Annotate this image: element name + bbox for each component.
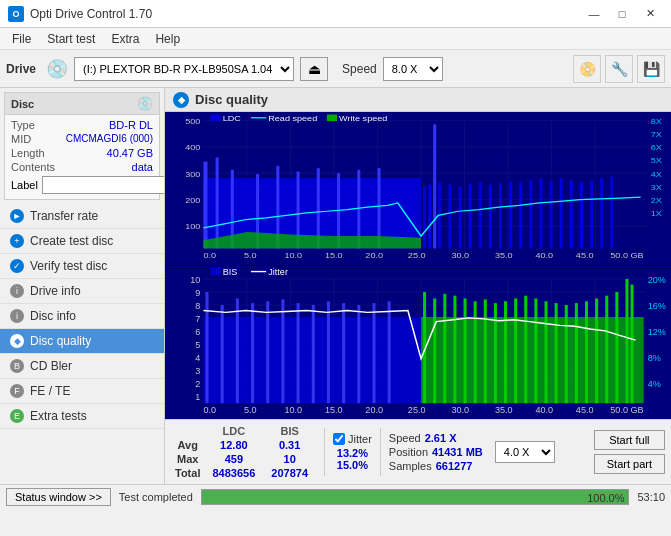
sidebar-item-cd-bler[interactable]: B CD Bler <box>0 354 164 379</box>
contents-label: Contents <box>11 161 55 173</box>
max-jitter: 15.0% <box>333 459 372 471</box>
svg-rect-46 <box>610 177 613 249</box>
svg-text:35.0: 35.0 <box>495 405 513 415</box>
sidebar-label-drive-info: Drive info <box>30 284 81 298</box>
svg-rect-16 <box>203 162 207 249</box>
status-bar: Status window >> Test completed 100.0% 5… <box>0 484 671 508</box>
transfer-rate-icon: ► <box>10 209 24 223</box>
sidebar-item-disc-info[interactable]: i Disc info <box>0 304 164 329</box>
toolbar-icon-3[interactable]: 💾 <box>637 55 665 83</box>
toolbar-icon-1[interactable]: 📀 <box>573 55 601 83</box>
progress-bar-container: 100.0% <box>201 489 630 505</box>
svg-text:5X: 5X <box>651 156 663 165</box>
verify-test-disc-icon: ✓ <box>10 259 24 273</box>
maximize-button[interactable]: □ <box>609 4 635 24</box>
svg-rect-111 <box>388 301 391 403</box>
svg-text:1: 1 <box>195 392 200 402</box>
sidebar-item-fe-te[interactable]: F FE / TE <box>0 379 164 404</box>
svg-rect-40 <box>550 181 553 249</box>
app-icon: O <box>8 6 24 22</box>
charts-area: 500 400 300 200 100 8X 7X 6X 5X 4X 3X 2X… <box>165 112 671 419</box>
position-stats: Speed 2.61 X Position 41431 MB Samples 6… <box>389 432 483 472</box>
sidebar-item-disc-quality[interactable]: ◆ Disc quality <box>0 329 164 354</box>
sidebar-item-transfer-rate[interactable]: ► Transfer rate <box>0 204 164 229</box>
svg-rect-99 <box>205 292 208 403</box>
position-value: 41431 MB <box>432 446 483 458</box>
sidebar-item-verify-test-disc[interactable]: ✓ Verify test disc <box>0 254 164 279</box>
speed-label: Speed <box>342 62 377 76</box>
sidebar-label-transfer-rate: Transfer rate <box>30 209 98 223</box>
start-full-button[interactable]: Start full <box>594 430 665 450</box>
speed-select-stat[interactable]: 4.0 X <box>495 441 555 463</box>
svg-text:7X: 7X <box>651 130 663 139</box>
svg-rect-130 <box>595 298 598 403</box>
svg-text:6X: 6X <box>651 143 663 152</box>
max-ldc: 459 <box>204 452 263 466</box>
drive-bar: Drive 💿 (I:) PLEXTOR BD-R PX-LB950SA 1.0… <box>0 50 671 88</box>
sidebar-label-disc-info: Disc info <box>30 309 76 323</box>
svg-text:10.0: 10.0 <box>284 405 302 415</box>
sidebar-item-extra-tests[interactable]: E Extra tests <box>0 404 164 429</box>
start-part-button[interactable]: Start part <box>594 454 665 474</box>
speed-stat-value: 2.61 X <box>425 432 457 444</box>
menu-file[interactable]: File <box>4 30 39 48</box>
disc-label-input[interactable] <box>42 176 165 194</box>
eject-button[interactable]: ⏏ <box>300 57 328 81</box>
type-label: Type <box>11 119 35 131</box>
sidebar-item-drive-info[interactable]: i Drive info <box>0 279 164 304</box>
sidebar-item-create-test-disc[interactable]: + Create test disc <box>0 229 164 254</box>
disc-quality-header: ◆ Disc quality <box>165 88 671 112</box>
svg-rect-122 <box>514 298 517 403</box>
svg-text:1X: 1X <box>651 209 663 218</box>
svg-text:15.0: 15.0 <box>325 250 343 259</box>
svg-text:25.0: 25.0 <box>408 405 426 415</box>
svg-rect-133 <box>625 279 628 403</box>
svg-rect-109 <box>357 305 360 403</box>
content-area: ◆ Disc quality <box>165 88 671 484</box>
avg-bis: 0.31 <box>263 438 316 452</box>
svg-rect-45 <box>600 178 603 248</box>
menu-bar: File Start test Extra Help <box>0 28 671 50</box>
minimize-button[interactable]: — <box>581 4 607 24</box>
position-label: Position <box>389 446 428 458</box>
svg-rect-17 <box>216 157 219 248</box>
svg-rect-103 <box>266 301 269 403</box>
svg-rect-116 <box>453 296 456 404</box>
menu-help[interactable]: Help <box>147 30 188 48</box>
svg-rect-30 <box>448 185 451 249</box>
jitter-checkbox[interactable] <box>333 433 345 445</box>
svg-rect-35 <box>499 183 502 248</box>
svg-rect-76 <box>327 114 337 121</box>
drive-select[interactable]: (I:) PLEXTOR BD-R PX-LB950SA 1.04 <box>74 57 294 81</box>
svg-rect-108 <box>342 303 345 403</box>
mid-label: MID <box>11 133 31 145</box>
svg-text:4%: 4% <box>648 379 661 389</box>
disc-panel-icon: 💿 <box>137 96 153 111</box>
svg-text:400: 400 <box>185 143 201 152</box>
menu-extra[interactable]: Extra <box>103 30 147 48</box>
svg-rect-39 <box>539 178 542 248</box>
svg-rect-119 <box>484 299 487 403</box>
svg-rect-120 <box>494 303 497 403</box>
cd-bler-icon: B <box>10 359 24 373</box>
status-window-button[interactable]: Status window >> <box>6 488 111 506</box>
svg-rect-134 <box>631 285 634 404</box>
close-button[interactable]: ✕ <box>637 4 663 24</box>
ldc-bis-stats: LDC BIS Avg 12.80 0.31 Max 459 10 Tota <box>171 424 316 480</box>
progress-text: 100.0% <box>587 490 624 506</box>
bottom-chart-svg: 10 9 8 7 6 5 4 3 2 1 20% 16% 12% 8% 4% <box>165 266 671 419</box>
disc-quality-title: Disc quality <box>195 92 268 107</box>
total-ldc: 8483656 <box>204 466 263 480</box>
svg-rect-127 <box>565 305 568 403</box>
svg-text:20%: 20% <box>648 275 666 285</box>
svg-text:45.0: 45.0 <box>576 405 594 415</box>
toolbar-icon-2[interactable]: 🔧 <box>605 55 633 83</box>
menu-start-test[interactable]: Start test <box>39 30 103 48</box>
svg-rect-115 <box>443 294 446 403</box>
status-text: Test completed <box>119 491 193 503</box>
svg-rect-128 <box>575 303 578 403</box>
svg-rect-125 <box>545 301 548 403</box>
svg-text:35.0: 35.0 <box>495 250 513 259</box>
speed-select[interactable]: 8.0 X <box>383 57 443 81</box>
svg-text:2: 2 <box>195 379 200 389</box>
